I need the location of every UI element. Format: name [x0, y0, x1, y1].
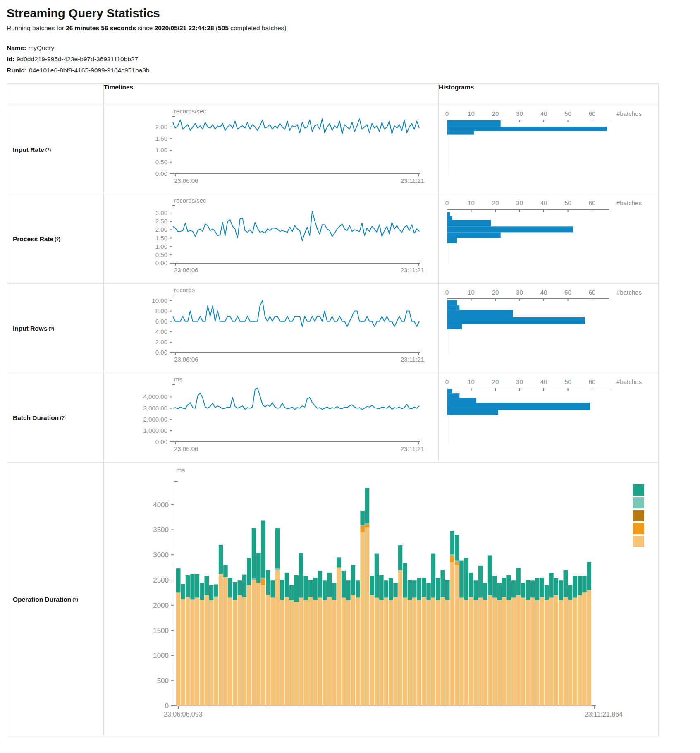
stacked-bar-segment [426, 583, 431, 600]
stacked-bar-segment [261, 578, 266, 579]
stacked-bar-segment [375, 598, 379, 706]
histogram-bar [447, 398, 476, 403]
query-id-line: Id:9d0dd219-995d-423e-b97d-36931110bb27 [7, 55, 700, 63]
stacked-bar-segment [464, 558, 469, 600]
stacked-bar-segment [346, 600, 351, 706]
stacked-bar-segment [318, 598, 323, 706]
stacked-bar-segment [351, 565, 356, 595]
histogram-bar [447, 216, 452, 220]
stacked-bar-segment [176, 592, 181, 706]
y-tick-label: 4.00 [155, 328, 167, 335]
timelines-column-header: Timelines [104, 84, 439, 105]
stacked-bar-segment [252, 578, 256, 580]
process-rate-timeline-cell: records/sec3.002.502.001.501.000.500.002… [104, 194, 439, 284]
x-tick-label: 0 [445, 199, 449, 206]
metric-row-batch-duration: Batch Duration(?)ms4,000.003,000.002,000… [7, 373, 659, 463]
help-icon[interactable]: (?) [55, 237, 60, 242]
metric-label-text: Operation Duration [13, 596, 71, 603]
metric-label: Input Rows(?) [7, 284, 103, 373]
metric-row-input-rows: Input Rows(?)records10.008.006.004.002.0… [7, 284, 659, 373]
stacked-bar-segment [459, 598, 464, 706]
stacked-bar-segment [294, 602, 299, 706]
x-tick-label: 0 [445, 289, 449, 296]
x-tick-label: 40 [540, 289, 547, 296]
stacked-bar-segment [540, 578, 544, 597]
stacked-bar-segment [360, 532, 365, 706]
stacked-bar-segment [417, 600, 421, 706]
metric-label: Operation Duration(?) [7, 463, 103, 736]
metric-label: Input Rate(?) [7, 105, 103, 194]
y-tick-label: 1.50 [155, 135, 167, 142]
stacked-bar-segment [389, 578, 393, 600]
page-title: Streaming Query Statistics [7, 7, 700, 20]
stacked-bar-segment [360, 511, 365, 525]
y-tick-label: 2500 [153, 576, 169, 584]
stacked-bar-segment [426, 600, 431, 706]
stacked-bar-segment [270, 580, 275, 597]
stacked-bar-segment [459, 561, 464, 598]
legend-swatch [633, 536, 644, 547]
stacked-bar-segment [214, 597, 218, 598]
stacked-bar-segment [238, 580, 242, 595]
stacked-bar-segment [247, 585, 251, 706]
y-tick-label: 0.00 [155, 259, 167, 266]
x-tick-label: 40 [540, 378, 547, 385]
legend-swatch [633, 497, 644, 508]
stacked-bar-segment [521, 583, 526, 597]
x-tick-label: 30 [516, 378, 523, 385]
x-tick-label: 30 [516, 199, 523, 206]
stacked-bar-segment [214, 584, 218, 596]
x-tick-label: 50 [564, 289, 571, 296]
y-tick-label: 2,000.00 [143, 416, 167, 423]
help-icon[interactable]: (?) [72, 597, 78, 602]
stacked-bar-segment [450, 556, 454, 563]
help-icon[interactable]: (?) [49, 326, 54, 331]
histogram-bar [447, 212, 450, 216]
stacked-bar-segment [351, 595, 356, 706]
batches-axis-label: #batches [616, 289, 642, 296]
stacked-bar-segment [535, 578, 540, 600]
stacked-bar-segment [549, 598, 554, 706]
running-duration: 26 minutes 56 seconds [66, 24, 136, 31]
y-tick-label: 3,000.00 [143, 405, 167, 412]
stacked-bar-segment [303, 576, 308, 600]
query-name: myQuery [28, 44, 54, 51]
input-rows-histogram-cell: 0102030405060#batches [439, 284, 659, 373]
help-icon[interactable]: (?) [45, 147, 51, 152]
stacked-bar-segment [455, 561, 459, 562]
help-icon[interactable]: (?) [60, 415, 65, 420]
y-axis: 3.002.502.001.501.000.500.00 [155, 205, 175, 266]
stacked-bar-segment [323, 580, 327, 600]
stacked-bar-segment [308, 580, 313, 597]
stacked-bar-segment [393, 597, 398, 706]
summary-suffix: completed batches) [229, 24, 287, 31]
stacked-bar-segment [190, 574, 195, 599]
stacked-bar-segment [327, 573, 332, 597]
stacked-bar-segment [261, 585, 266, 706]
stacked-bar-segment [280, 580, 284, 600]
process-rate-histogram-cell: 0102030405060#batches [439, 194, 659, 284]
y-tick-label: 1000 [153, 652, 169, 659]
stacked-bar-segment [573, 598, 577, 706]
summary-paren: ( [214, 24, 218, 31]
x-start-label: 23:06:06 [174, 445, 198, 452]
y-tick-label: 0 [165, 702, 169, 710]
metric-row-input-rate: Input Rate(?)records/sec2.001.501.000.50… [7, 105, 659, 194]
unit-label: records/sec [174, 108, 206, 115]
metric-label-text: Batch Duration [13, 414, 59, 422]
stacked-bar-segment [412, 598, 417, 706]
batch-duration-timeline-cell: ms4,000.003,000.002,000.001,000.000.0023… [104, 373, 439, 463]
stacked-bar-segment [266, 570, 270, 595]
stacked-bar-segment [205, 595, 209, 706]
x-axis: 0102030405060 [445, 378, 609, 391]
stacked-bar-segment [379, 600, 384, 706]
y-tick-label: 0.00 [155, 349, 167, 356]
query-id: 9d0dd219-995d-423e-b97d-36931110bb27 [17, 55, 138, 62]
summary-prefix: Running batches for [7, 24, 66, 31]
completed-batches-count: 505 [218, 24, 229, 31]
stacked-bar-segment [209, 585, 214, 600]
stacked-bar-segment [530, 580, 535, 597]
x-tick-label: 30 [516, 289, 523, 296]
stacked-bar-segment [299, 553, 303, 597]
stacked-bar-segment [285, 573, 289, 597]
